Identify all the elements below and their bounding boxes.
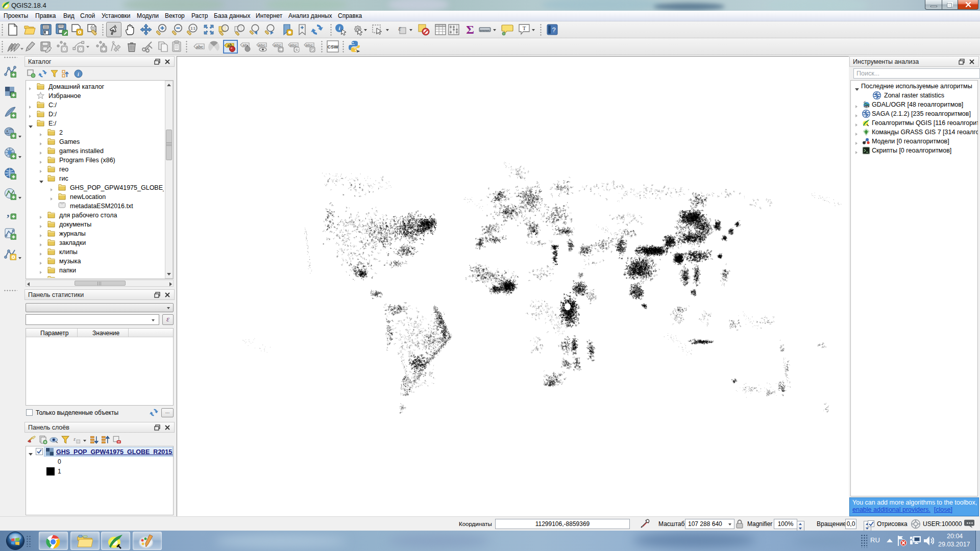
svg-text:abc: abc	[196, 44, 204, 49]
svg-text:abc: abc	[258, 43, 265, 47]
svg-text:abc: abc	[274, 43, 281, 47]
svg-text:abc: abc	[306, 43, 313, 47]
svg-text:?: ?	[552, 26, 555, 34]
svg-text:CSW: CSW	[328, 44, 339, 49]
svg-text:,: ,	[7, 207, 10, 219]
svg-text:ε: ε	[398, 24, 401, 32]
svg-text:i: i	[78, 71, 79, 77]
svg-text:Σ: Σ	[466, 23, 474, 36]
svg-text:ε: ε	[74, 436, 76, 442]
svg-text:abc: abc	[290, 43, 297, 47]
svg-text:1:1: 1:1	[190, 27, 195, 30]
svg-text:T: T	[523, 25, 526, 31]
svg-text:GDAL: GDAL	[864, 106, 869, 108]
